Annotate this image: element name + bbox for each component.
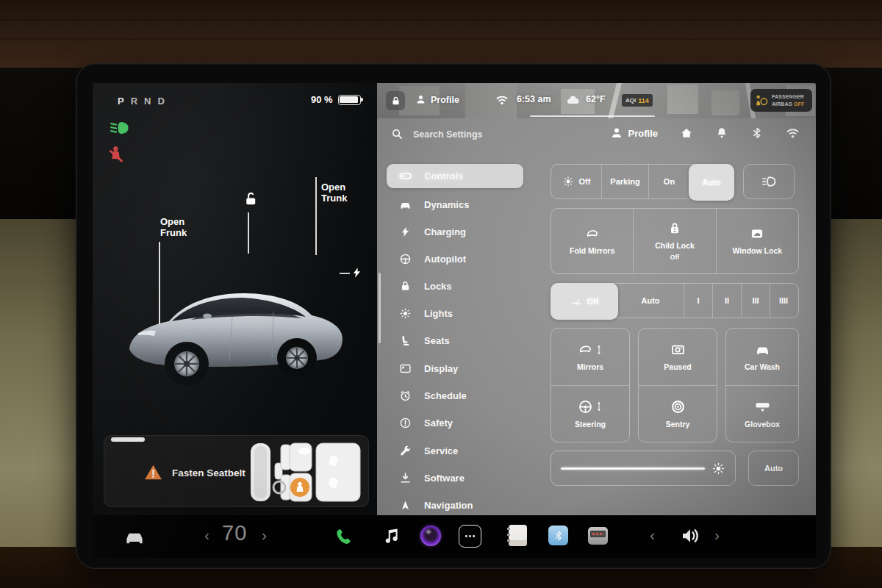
driver-profile-button[interactable]: Profile [415,94,459,105]
map-preview-strip[interactable]: Profile 6:53 am 62°F AQI 114 PASSENGER A… [377,83,816,118]
sidebar-item-display[interactable]: Display [387,356,523,381]
display-icon [399,362,412,375]
bluetooth-icon[interactable] [750,126,764,140]
open-trunk-button[interactable]: Open Trunk [321,182,347,204]
button-label: Sentry [666,420,690,429]
headlights-on-option[interactable]: On [648,165,689,198]
airbag-status: OFF [794,101,804,107]
sidebar-item-navigation[interactable]: Navigation [387,493,523,517]
wifi-status-icon[interactable] [495,94,509,106]
volume-up-chevron[interactable]: › [714,526,720,544]
button-label: Paused [664,362,691,371]
phone-app-button[interactable] [331,525,355,548]
music-app-button[interactable] [381,526,401,548]
app-icon-notebook[interactable] [509,525,527,546]
glovebox-button[interactable]: Glovebox [726,385,798,442]
outside-temperature[interactable]: 62°F [586,94,606,104]
sidebar-item-locks[interactable]: Locks [387,274,523,298]
sidebar-item-controls[interactable]: Controls [387,164,523,188]
headlights-off-option[interactable]: Off [551,165,601,198]
temp-up-chevron[interactable]: › [262,526,267,544]
search-settings-input[interactable]: Search Settings [391,128,482,140]
open-frunk-button[interactable]: Open Frunk [160,216,187,239]
steering-adjust-button[interactable]: Steering [551,385,629,442]
sidebar-item-lights[interactable]: Lights [387,301,523,326]
child-lock-button[interactable]: Child Lock Off [633,209,715,273]
aqi-badge[interactable]: AQI 114 [622,94,653,107]
car-icon [399,198,412,211]
cabin-temperature[interactable]: 70 [222,521,247,545]
brightness-auto-button[interactable]: Auto [748,451,799,486]
alert-timer-bar [111,437,145,442]
sidebar-scrollbar[interactable] [379,273,381,343]
option-label: Parking [610,177,639,186]
person-icon [610,126,623,140]
charge-port-icon[interactable] [351,265,363,280]
open-trunk-line1: Open [321,182,347,193]
sidebar-item-schedule[interactable]: Schedule [387,384,523,408]
updown-arrows-icon [595,401,603,412]
volume-button[interactable] [677,524,703,548]
chevron-right-icon: › [714,526,720,544]
sidebar-item-software[interactable]: Software [387,466,523,490]
sentry-mode-button[interactable]: Sentry [639,385,717,442]
seat-icon [399,334,412,347]
gear-d: D [157,96,164,107]
child-lock-icon [667,221,682,236]
background-wood-top [0,0,882,68]
wifi-icon[interactable] [786,127,800,139]
sidebar-item-safety[interactable]: Safety [387,411,523,435]
wipers-auto-option[interactable]: Auto [617,284,684,318]
sidebar-item-seats[interactable]: Seats [387,329,523,353]
lightning-icon [399,226,412,238]
headlights-parking-option[interactable]: Parking [601,165,648,198]
notifications-bell-icon[interactable] [715,126,728,140]
home-icon[interactable] [680,126,693,140]
wipers-off-option[interactable]: Off [551,283,618,320]
car-wash-button[interactable]: Car Wash [726,329,798,385]
profile-menu-button[interactable]: Profile [610,126,658,140]
sidebar-item-autopilot[interactable]: Autopilot [387,247,523,271]
mirrors-adjust-button[interactable]: Mirrors [551,329,629,385]
status-cluster-pane: P R N D 90 % [93,83,377,515]
headlights-auto-option[interactable]: Auto [689,164,734,201]
open-frunk-line2: Frunk [160,227,187,238]
auto-highbeam-button[interactable] [743,164,795,199]
open-frunk-line1: Open [160,216,187,227]
battery-percent: 90 % [311,94,333,105]
app-icon-blue[interactable] [548,526,568,545]
volume-down-chevron[interactable]: ‹ [650,526,655,544]
settings-panel: Search Settings Profile Controls Dynamic… [377,118,816,515]
sidebar-item-charging[interactable]: Charging [387,220,523,244]
battery-icon [338,95,361,105]
wipers-speed2-option[interactable]: II [712,284,741,318]
map-drag-handle[interactable] [530,115,655,118]
brightness-slider-track[interactable] [561,467,705,470]
fold-mirrors-button[interactable]: Fold Mirrors [551,209,633,273]
alarm-clock-icon [399,390,412,402]
lock-status-button[interactable] [386,91,405,110]
wipers-speed3-option[interactable]: III [741,284,770,318]
brightness-slider[interactable] [551,451,736,486]
camera-app-button[interactable] [420,526,441,546]
dashcam-paused-button[interactable]: Paused [639,329,717,385]
sidebar-item-dynamics[interactable]: Dynamics [387,193,523,217]
sidebar-item-service[interactable]: Service [387,439,523,463]
car-controls-button[interactable] [121,524,148,549]
mirror-icon [578,342,593,357]
temp-down-chevron[interactable]: ‹ [204,526,209,544]
app-icon-keyboard[interactable] [588,527,608,545]
unlock-icon[interactable] [242,190,259,207]
wipers-speed1-option[interactable]: I [684,284,712,318]
profile-menu-label: Profile [628,128,658,139]
wipers-speed4-option[interactable]: IIII [770,284,797,318]
window-lock-button[interactable]: Window Lock [716,209,798,273]
airbag-line2: AIRBAG [772,101,794,107]
volume-icon [678,525,702,547]
app-launcher-button[interactable] [459,525,481,548]
steering-wheel-icon [399,253,412,265]
trunk-callout-line [315,177,317,255]
fasten-seatbelt-alert[interactable]: Fasten Seatbelt [104,435,369,507]
gear-n: N [144,96,151,107]
glovebox-icon [755,399,770,415]
